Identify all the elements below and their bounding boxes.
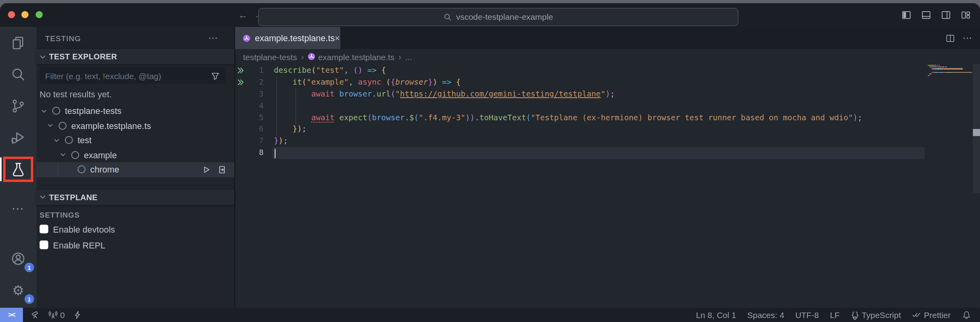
code-text: }); bbox=[274, 136, 288, 148]
run-test-gutter-icon[interactable] bbox=[235, 65, 245, 77]
gutter-spacer bbox=[235, 124, 245, 136]
status-label: 0 bbox=[60, 310, 65, 320]
activity-item-source-control[interactable] bbox=[0, 90, 36, 122]
tree-item-testplane-tests[interactable]: testplane-tests bbox=[36, 104, 234, 118]
status-ports[interactable]: 0 bbox=[48, 310, 65, 320]
status-label: Ln 8, Col 1 bbox=[696, 310, 736, 320]
testplane-file-icon bbox=[243, 34, 250, 42]
status-eol[interactable]: LF bbox=[830, 310, 840, 320]
chevron-down-icon bbox=[39, 193, 47, 201]
minimap[interactable] bbox=[928, 65, 972, 79]
status-remote-explorer[interactable] bbox=[31, 310, 40, 320]
code-line-3[interactable]: 3 await browser.url("https://github.com/… bbox=[235, 89, 980, 100]
tree-item-example.testplane.ts[interactable]: example.testplane.ts bbox=[36, 118, 234, 133]
title-bar: ← → vscode-testplane-example bbox=[0, 3, 980, 27]
breadcrumb-item[interactable]: ... bbox=[405, 52, 412, 61]
code-line-7[interactable]: 7}); bbox=[235, 136, 980, 148]
scrollbar-track[interactable] bbox=[972, 64, 980, 193]
status-language-mode[interactable]: {}TypeScript bbox=[851, 310, 901, 320]
test-filter-input[interactable] bbox=[40, 71, 211, 80]
nav-back-button[interactable]: ← bbox=[238, 9, 248, 21]
testing-highlight-box bbox=[3, 157, 33, 182]
code-area[interactable]: 1describe("test", () => {2 it("example",… bbox=[235, 64, 980, 308]
split-editor-icon[interactable] bbox=[945, 33, 955, 43]
vscode-window: ← → vscode-testplane-example ⋯1⚙1 TESTIN… bbox=[0, 3, 980, 322]
files-icon bbox=[10, 35, 26, 51]
code-line-5[interactable]: 5 await expect(browser.$(".f4.my-3")).to… bbox=[235, 112, 980, 124]
tree-item-label: example bbox=[84, 150, 117, 160]
code-line-6[interactable]: 6 }); bbox=[235, 124, 980, 136]
gear-icon: ⚙ bbox=[12, 284, 25, 297]
test-results-message: No test results yet. bbox=[40, 89, 234, 99]
text-cursor bbox=[274, 148, 275, 158]
status-indentation[interactable]: Spaces: 4 bbox=[747, 310, 784, 320]
checkbox-label: Enable REPL bbox=[53, 240, 105, 250]
close-window-button[interactable] bbox=[8, 11, 15, 18]
search-icon bbox=[443, 12, 452, 21]
test-explorer-section-header[interactable]: TEST EXPLORER bbox=[36, 49, 234, 64]
status-cursor-position[interactable]: Ln 8, Col 1 bbox=[696, 310, 736, 320]
tree-item-example[interactable]: example bbox=[36, 148, 234, 162]
toggle-panel-button[interactable] bbox=[921, 9, 932, 21]
filter-icon[interactable] bbox=[211, 71, 220, 80]
tree-item-chrome[interactable]: chrome bbox=[36, 162, 234, 177]
code-line-2[interactable]: 2 it("example", async ({browser}) => { bbox=[235, 77, 980, 89]
editor-more-icon[interactable]: ⋯ bbox=[963, 36, 972, 40]
scrollbar-thumb[interactable] bbox=[972, 129, 980, 136]
zoom-window-button[interactable] bbox=[35, 11, 42, 18]
code-text: describe("test", () => { bbox=[274, 65, 386, 77]
ellipsis-icon: ⋯ bbox=[11, 201, 25, 216]
breadcrumb-label: ... bbox=[405, 52, 412, 61]
activity-item-testing[interactable] bbox=[0, 153, 36, 185]
account-icon bbox=[10, 251, 26, 267]
line-number: 8 bbox=[245, 147, 264, 159]
checkbox-unchecked[interactable] bbox=[40, 225, 48, 233]
activity-item-explorer[interactable] bbox=[0, 27, 36, 59]
activity-item-search[interactable] bbox=[0, 59, 36, 90]
test-state-icon bbox=[78, 166, 85, 174]
test-filter-box bbox=[40, 67, 226, 84]
chevron-down-icon bbox=[39, 53, 47, 61]
code-line-8[interactable]: 8 bbox=[235, 147, 980, 159]
command-center[interactable]: vscode-testplane-example bbox=[258, 8, 739, 26]
active-indicator bbox=[0, 157, 1, 181]
debug-icon bbox=[10, 130, 26, 146]
status-label: UTF-8 bbox=[795, 310, 819, 320]
status-label: TypeScript bbox=[862, 310, 901, 320]
run-test-button[interactable] bbox=[202, 165, 211, 174]
code-line-1[interactable]: 1describe("test", () => { bbox=[235, 65, 980, 77]
go-to-test-button[interactable] bbox=[218, 165, 226, 174]
breadcrumb-item[interactable]: example.testplane.ts bbox=[308, 52, 395, 61]
status-encoding[interactable]: UTF-8 bbox=[795, 310, 819, 320]
status-remote[interactable]: >< bbox=[0, 308, 23, 322]
toggle-secondary-sidebar-button[interactable] bbox=[940, 9, 952, 21]
minimize-window-button[interactable] bbox=[21, 11, 28, 18]
braces-icon: {} bbox=[851, 311, 859, 319]
testplane-section-header[interactable]: TESTPLANE bbox=[36, 189, 234, 205]
checkbox-unchecked[interactable] bbox=[40, 241, 48, 249]
status-power[interactable] bbox=[73, 310, 82, 320]
status-label: LF bbox=[830, 310, 840, 320]
breadcrumb-item[interactable]: testplane-tests bbox=[243, 52, 297, 61]
tab-close-icon[interactable]: × bbox=[335, 33, 340, 43]
editor-group: example.testplane.ts × ⋯ testplane-tests… bbox=[235, 27, 980, 308]
breadcrumb-separator: › bbox=[399, 52, 401, 61]
activity-item-run-debug[interactable] bbox=[0, 122, 36, 153]
tree-item-test[interactable]: test bbox=[36, 133, 234, 148]
status-formatter[interactable]: Prettier bbox=[912, 310, 951, 320]
search-icon bbox=[10, 66, 26, 82]
run-test-gutter-icon[interactable] bbox=[235, 77, 245, 89]
customize-layout-button[interactable] bbox=[960, 9, 971, 21]
minimap-line bbox=[928, 70, 972, 71]
tab-example-testplane[interactable]: example.testplane.ts × bbox=[235, 27, 340, 49]
code-line-4[interactable]: 4 bbox=[235, 100, 980, 112]
status-label: Prettier bbox=[924, 310, 951, 320]
activity-item-more[interactable]: ⋯ bbox=[0, 192, 36, 224]
activity-item-settings[interactable]: ⚙1 bbox=[0, 275, 36, 306]
toggle-primary-sidebar-button[interactable] bbox=[901, 9, 912, 21]
code-text: it("example", async ({browser}) => { bbox=[274, 77, 461, 89]
activity-item-accounts[interactable]: 1 bbox=[0, 243, 36, 275]
sidebar-more-icon[interactable]: ⋯ bbox=[208, 36, 218, 40]
gutter-spacer bbox=[235, 112, 245, 124]
status-notifications[interactable] bbox=[962, 310, 971, 320]
